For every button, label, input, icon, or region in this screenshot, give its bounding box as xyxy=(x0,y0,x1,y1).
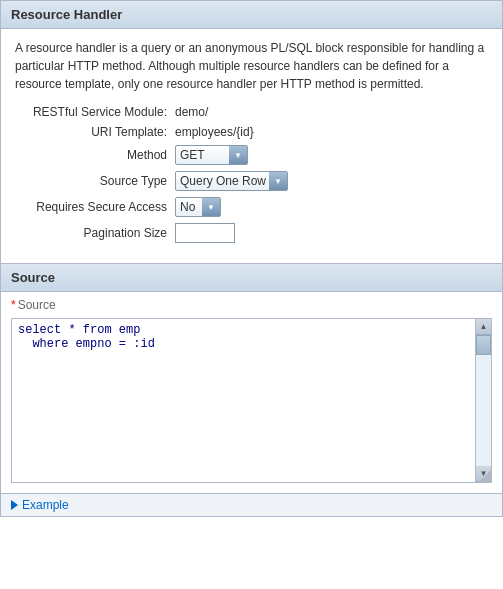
pagination-size-row: Pagination Size xyxy=(15,223,488,243)
scrollbar-thumb[interactable] xyxy=(476,335,491,355)
source-label-row: * Source xyxy=(1,292,502,314)
secure-access-select[interactable]: No Yes xyxy=(176,198,202,216)
pagination-size-input[interactable] xyxy=(175,223,235,243)
source-scrollbar-vertical[interactable]: ▲ ▼ xyxy=(475,319,491,482)
secure-access-label: Requires Secure Access xyxy=(15,200,175,214)
example-expand-icon xyxy=(11,500,18,510)
restful-service-module-label: RESTful Service Module: xyxy=(15,105,175,119)
method-select-wrapper[interactable]: GET POST PUT DELETE xyxy=(175,145,248,165)
uri-template-row: URI Template: employees/{id} xyxy=(15,125,488,139)
example-header[interactable]: Example xyxy=(11,498,492,512)
resize-handle[interactable] xyxy=(479,470,491,482)
method-row: Method GET POST PUT DELETE xyxy=(15,145,488,165)
source-type-row: Source Type Query One Row Query DML PL/S… xyxy=(15,171,488,191)
source-type-label: Source Type xyxy=(15,174,175,188)
source-type-select-arrow-icon[interactable] xyxy=(269,172,287,190)
source-label-text: Source xyxy=(18,298,56,312)
resource-handler-body: A resource handler is a query or an anon… xyxy=(1,29,502,263)
scrollbar-up-button[interactable]: ▲ xyxy=(476,319,491,335)
required-star: * xyxy=(11,298,16,312)
secure-access-select-arrow-icon[interactable] xyxy=(202,198,220,216)
example-section[interactable]: Example xyxy=(0,494,503,517)
pagination-size-label: Pagination Size xyxy=(15,226,175,240)
source-header: Source xyxy=(1,264,502,292)
source-type-select[interactable]: Query One Row Query DML PL/SQL xyxy=(176,172,269,190)
method-label: Method xyxy=(15,148,175,162)
source-textarea[interactable]: select * from emp where empno = :id xyxy=(12,319,491,479)
source-section: Source * Source select * from emp where … xyxy=(0,264,503,494)
method-select[interactable]: GET POST PUT DELETE xyxy=(176,146,229,164)
resource-handler-title: Resource Handler xyxy=(11,7,122,22)
restful-service-module-row: RESTful Service Module: demo/ xyxy=(15,105,488,119)
example-label: Example xyxy=(22,498,69,512)
secure-access-select-wrapper[interactable]: No Yes xyxy=(175,197,221,217)
source-type-select-wrapper[interactable]: Query One Row Query DML PL/SQL xyxy=(175,171,288,191)
secure-access-row: Requires Secure Access No Yes xyxy=(15,197,488,217)
resource-handler-description: A resource handler is a query or an anon… xyxy=(15,39,488,93)
resource-handler-header: Resource Handler xyxy=(1,1,502,29)
uri-template-value: employees/{id} xyxy=(175,125,254,139)
restful-service-module-value: demo/ xyxy=(175,105,208,119)
method-select-arrow-icon[interactable] xyxy=(229,146,247,164)
uri-template-label: URI Template: xyxy=(15,125,175,139)
source-textarea-wrapper: select * from emp where empno = :id ▲ ▼ xyxy=(11,318,492,483)
resource-handler-section: Resource Handler A resource handler is a… xyxy=(0,0,503,264)
source-title: Source xyxy=(11,270,55,285)
scrollbar-track xyxy=(476,335,491,466)
